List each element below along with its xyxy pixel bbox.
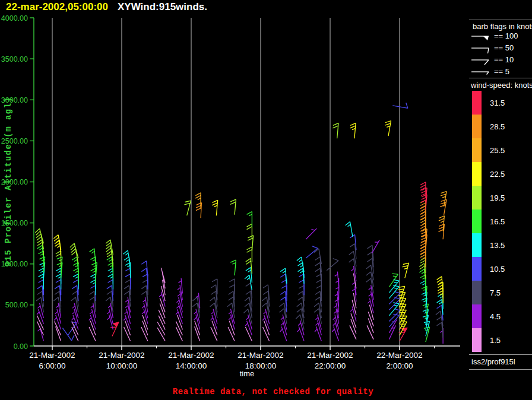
barb-legend-row: == 50 <box>470 43 492 55</box>
wind-barb <box>346 222 353 237</box>
divider <box>469 369 532 370</box>
wind-barb <box>245 327 252 341</box>
barb-legend-label: == 10 <box>494 55 514 64</box>
wind-profile-plot: 4000.003500.003000.002500.002000.001500.… <box>0 0 469 400</box>
colorbar-label: 25.5 <box>490 146 505 155</box>
wind-barb <box>230 260 236 275</box>
divider <box>469 78 532 78</box>
x-tick-date: 21-Mar-2002 <box>99 351 144 360</box>
wind-barb <box>211 315 217 330</box>
wind-barb <box>306 246 318 258</box>
wind-barb <box>299 280 304 295</box>
wind-barb <box>90 280 96 295</box>
wind-barb <box>438 288 443 303</box>
wind-barb <box>350 325 356 339</box>
colorbar-segment <box>472 209 482 233</box>
colorbar-label: 19.5 <box>490 193 505 202</box>
barb-legend-label: == 5 <box>494 67 509 76</box>
barb-glyph-5-icon <box>470 66 492 78</box>
colorbar-segment <box>472 186 482 209</box>
wind-barb <box>124 315 130 330</box>
y-tick-label: 4000.00 <box>1 14 28 23</box>
colorbar-label: 22.5 <box>490 170 505 179</box>
wind-barb <box>89 315 96 330</box>
colorbar-segment <box>472 138 482 162</box>
wind-barb <box>161 268 165 282</box>
x-tick-date: 22-Mar-2002 <box>376 351 422 360</box>
station-id: iss2/prof915l <box>471 357 515 366</box>
wind-barb <box>306 228 316 239</box>
wind-barb <box>263 327 270 341</box>
barb-glyph-100-icon <box>470 31 492 43</box>
colorbar-label: 4.5 <box>490 312 501 321</box>
colorbar-label: 13.5 <box>490 241 505 250</box>
wind-barb <box>367 325 373 339</box>
wind-barb <box>157 322 165 336</box>
divider <box>469 354 532 355</box>
wind-barb <box>247 247 252 262</box>
wind-barb <box>262 315 269 330</box>
colorbar-label: 31.5 <box>490 99 505 107</box>
x-tick-date: 21-Mar-2002 <box>238 351 283 360</box>
x-tick-date: 21-Mar-2002 <box>168 351 214 360</box>
wind-barb <box>372 240 379 253</box>
y-tick-label: 500.00 <box>5 301 28 309</box>
colorbar-segment <box>472 162 482 186</box>
wind-barb <box>332 326 338 341</box>
wind-barb <box>327 259 338 271</box>
wind-barb <box>316 280 322 295</box>
barb-legend-row: == 10 <box>470 55 492 66</box>
barb-legend-title: barb flags in knots <box>473 22 532 31</box>
wind-barb <box>335 272 339 287</box>
wind-barb <box>107 315 113 329</box>
x-tick-time: 10:00:00 <box>106 361 138 370</box>
wind-barb <box>350 123 356 138</box>
x-tick-time: 22:00:00 <box>315 361 346 370</box>
y-axis-title: 915 Profiler Altitude (m agl) <box>4 96 13 266</box>
x-tick-date: 21-Mar-2002 <box>29 351 75 360</box>
barb-glyph-50-icon <box>470 43 492 55</box>
legend-panel: barb flags in knots == 100== 50== 10== 5… <box>469 0 532 400</box>
colorbar-segment <box>472 233 482 257</box>
wind-barb <box>124 327 131 341</box>
y-tick-label: 3500.00 <box>1 55 28 64</box>
x-tick-time: 14:00:00 <box>176 361 207 370</box>
wind-barb <box>403 263 409 278</box>
x-tick-time: 2:00:00 <box>386 361 413 370</box>
wind-barb <box>297 326 304 341</box>
wind-barb <box>400 316 407 329</box>
wind-barb <box>385 121 391 136</box>
wind-barb <box>389 291 400 304</box>
wind-barb <box>389 285 399 299</box>
wind-barb <box>211 327 217 341</box>
colorbar-segment <box>472 328 482 352</box>
wind-barb <box>368 312 373 326</box>
speed-legend-title: wind-speed: knots <box>471 81 532 90</box>
wind-barb <box>185 201 191 215</box>
gridlines <box>52 18 400 346</box>
app-window: 22-mar-2002,05:00:00XYWind:915winds. 400… <box>0 0 532 400</box>
wind-barb <box>212 200 218 215</box>
wind-barb <box>73 274 78 290</box>
wind-barb <box>125 274 131 290</box>
wind-barb <box>56 274 61 290</box>
wind-barb <box>39 274 44 290</box>
quality-warning: Realtime data, not checked for quality <box>95 387 451 396</box>
y-tick-label: 0.00 <box>14 342 28 351</box>
barb-legend-label: == 50 <box>494 43 514 52</box>
x-tick-date: 21-Mar-2002 <box>307 351 353 360</box>
wind-barb <box>157 328 165 341</box>
barb-glyph-10-icon <box>470 55 492 66</box>
x-tick-time: 6:00:00 <box>39 361 65 370</box>
wind-barb <box>315 326 321 341</box>
wind-barb <box>179 278 183 294</box>
wind-barb <box>90 249 96 264</box>
divider <box>469 20 532 20</box>
wind-barb <box>332 123 338 138</box>
colorbar-label: 10.5 <box>490 265 505 274</box>
x-axis-title: time <box>240 369 255 378</box>
colorbar-segment <box>472 281 482 304</box>
wind-barb <box>141 327 148 341</box>
barb-legend-row: == 100 <box>470 31 492 43</box>
colorbar-segment <box>472 304 482 328</box>
